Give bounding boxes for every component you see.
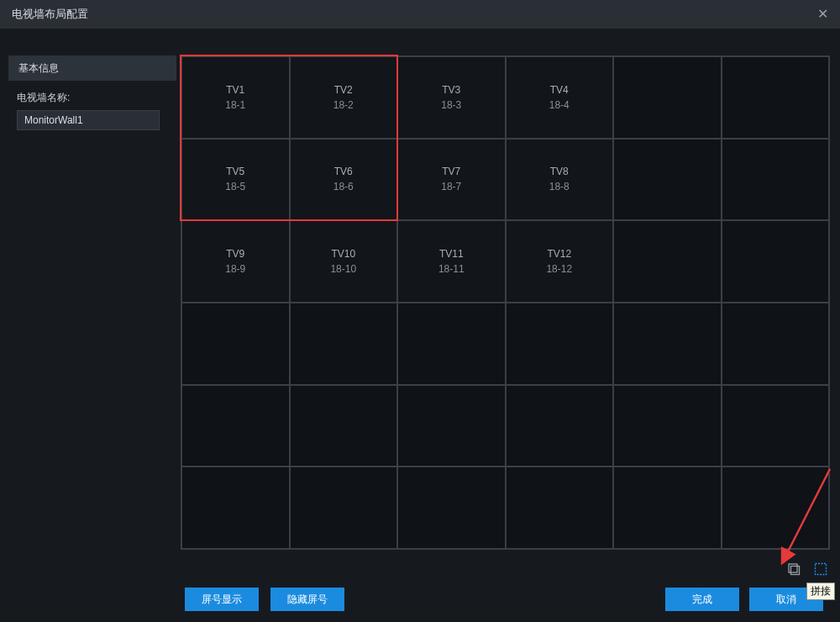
grid-cell[interactable] bbox=[506, 466, 614, 549]
svg-rect-2 bbox=[816, 564, 827, 575]
hide-screen-number-button[interactable]: 隐藏屏号 bbox=[270, 588, 344, 611]
grid-cell[interactable] bbox=[506, 303, 614, 385]
grid-cell[interactable] bbox=[722, 56, 830, 139]
tv-id-label: 18-11 bbox=[438, 263, 465, 275]
tv-name-label: TV3 bbox=[442, 84, 460, 96]
grid-cell[interactable] bbox=[722, 220, 830, 303]
tv-name-label: TV8 bbox=[550, 166, 569, 177]
show-screen-number-button[interactable]: 屏号显示 bbox=[185, 588, 259, 611]
grid-cell[interactable] bbox=[613, 220, 722, 303]
grid-cell[interactable]: TV418-4 bbox=[506, 56, 614, 139]
footer-right-buttons: 完成 取消 bbox=[665, 588, 823, 611]
tv-name-label: TV10 bbox=[331, 248, 355, 260]
grid-cell[interactable]: TV618-6 bbox=[290, 139, 398, 221]
tv-name-label: TV4 bbox=[550, 84, 569, 96]
grid-cell[interactable] bbox=[613, 385, 722, 467]
tv-id-label: 18-4 bbox=[549, 99, 570, 111]
grid-cell[interactable]: TV718-7 bbox=[397, 139, 506, 221]
tv-id-label: 18-3 bbox=[441, 99, 461, 111]
grid-cell[interactable] bbox=[181, 466, 290, 549]
grid-cell[interactable]: TV318-3 bbox=[397, 56, 506, 139]
tv-id-label: 18-2 bbox=[333, 99, 354, 111]
clear-icon[interactable] bbox=[786, 561, 801, 577]
tv-name-label: TV11 bbox=[439, 248, 464, 260]
tv-id-label: 18-12 bbox=[546, 263, 572, 275]
grid-cell[interactable] bbox=[613, 466, 722, 549]
grid-cell[interactable]: TV118-1 bbox=[181, 56, 290, 139]
section-header-basic-info: 基本信息 bbox=[8, 55, 176, 81]
grid-cell[interactable] bbox=[613, 303, 722, 385]
wall-name-label: 电视墙名称: bbox=[17, 91, 168, 105]
tv-id-label: 18-1 bbox=[225, 99, 245, 111]
tv-name-label: TV7 bbox=[442, 166, 460, 177]
grid-cell[interactable] bbox=[290, 466, 398, 549]
tv-id-label: 18-5 bbox=[225, 181, 245, 192]
tv-id-label: 18-7 bbox=[441, 181, 461, 192]
grid-cell[interactable] bbox=[397, 385, 506, 467]
grid-cell[interactable] bbox=[722, 466, 830, 549]
wall-name-input[interactable] bbox=[17, 110, 160, 130]
tv-name-label: TV9 bbox=[226, 248, 244, 260]
grid-cell[interactable] bbox=[613, 56, 722, 139]
grid-cell[interactable]: TV918-9 bbox=[181, 220, 290, 303]
grid-cell[interactable] bbox=[722, 303, 830, 385]
tv-grid[interactable]: TV118-1TV218-2TV318-3TV418-4TV518-5TV618… bbox=[181, 55, 830, 550]
tv-id-label: 18-6 bbox=[333, 181, 354, 192]
grid-cell[interactable]: TV818-8 bbox=[506, 139, 614, 221]
grid-cell[interactable]: TV1018-10 bbox=[290, 220, 398, 303]
grid-cell[interactable]: TV1218-12 bbox=[506, 220, 614, 303]
grid-cell[interactable] bbox=[290, 385, 398, 467]
tv-id-label: 18-9 bbox=[225, 263, 245, 275]
grid-cell[interactable] bbox=[181, 385, 290, 467]
grid-cell[interactable]: TV518-5 bbox=[181, 139, 290, 221]
svg-rect-0 bbox=[789, 564, 797, 572]
grid-cell[interactable] bbox=[506, 385, 614, 467]
grid-cell[interactable] bbox=[397, 303, 506, 385]
window-title: 电视墙布局配置 bbox=[12, 0, 88, 29]
tv-name-label: TV12 bbox=[547, 248, 571, 260]
svg-rect-1 bbox=[791, 567, 800, 575]
grid-cell[interactable] bbox=[722, 139, 830, 221]
grid-cell[interactable]: TV1118-11 bbox=[397, 220, 506, 303]
grid-cell[interactable] bbox=[397, 466, 506, 549]
tv-id-label: 18-10 bbox=[330, 263, 356, 275]
tv-name-label: TV6 bbox=[334, 166, 353, 177]
grid-toolbar bbox=[786, 561, 828, 577]
finish-button[interactable]: 完成 bbox=[665, 588, 739, 611]
splice-icon[interactable] bbox=[813, 561, 828, 577]
footer-left-buttons: 屏号显示 隐藏屏号 bbox=[185, 588, 344, 611]
grid-cell[interactable] bbox=[290, 303, 398, 385]
grid-cell[interactable] bbox=[722, 385, 830, 467]
tv-name-label: TV2 bbox=[334, 84, 353, 96]
grid-cell[interactable]: TV218-2 bbox=[290, 56, 398, 139]
tv-id-label: 18-8 bbox=[549, 181, 570, 192]
title-bar: 电视墙布局配置 ✕ bbox=[0, 0, 840, 29]
grid-cell[interactable] bbox=[613, 139, 722, 221]
splice-tooltip: 拼接 bbox=[806, 582, 835, 600]
grid-cell[interactable] bbox=[181, 303, 290, 385]
sidebar: 基本信息 电视墙名称: bbox=[8, 55, 176, 130]
footer: 屏号显示 隐藏屏号 完成 取消 bbox=[0, 585, 840, 614]
tv-name-label: TV5 bbox=[226, 166, 244, 177]
form-row-wall-name: 电视墙名称: bbox=[8, 91, 176, 130]
tv-grid-area: TV118-1TV218-2TV318-3TV418-4TV518-5TV618… bbox=[181, 55, 830, 550]
tv-name-label: TV1 bbox=[226, 84, 244, 96]
close-icon[interactable]: ✕ bbox=[817, 0, 828, 29]
